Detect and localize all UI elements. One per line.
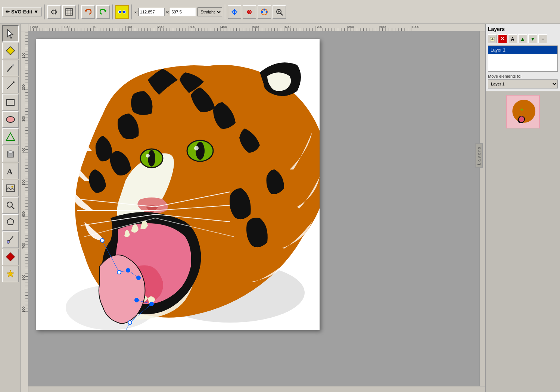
thumbnail-area (486, 91, 560, 132)
new-layer-button[interactable] (488, 34, 497, 43)
separator-1 (44, 4, 45, 19)
pencil-tool-button[interactable] (2, 60, 19, 76)
y-label: y: (166, 10, 169, 14)
svg-rect-37 (7, 152, 13, 157)
triangle-tool-button[interactable] (2, 128, 19, 145)
separator-2 (78, 4, 79, 19)
right-panel: Layers ✕ A ▲ ▼ ≡ Layer 1 (485, 24, 560, 392)
image-icon (6, 183, 15, 193)
svg-point-41 (11, 186, 13, 188)
toolbox: A (0, 24, 21, 392)
vertical-scrollbar[interactable] (479, 31, 485, 386)
svg-point-20 (266, 11, 268, 13)
delete-node-button[interactable] (243, 5, 256, 19)
svg-point-46 (7, 240, 9, 243)
auto-smooth-icon (260, 7, 269, 16)
layers-title: Layers (488, 26, 558, 32)
polygon-icon (6, 218, 15, 227)
redo-button[interactable] (96, 5, 110, 19)
ellipse-tool-button[interactable] (2, 111, 19, 128)
canvas-scroll[interactable] (28, 31, 485, 392)
svg-edit-menu-button[interactable]: ✏ SVG-Edit ▼ (2, 7, 42, 16)
drawing-area[interactable] (36, 39, 320, 330)
svg-point-21 (264, 9, 265, 10)
svg-point-53 (148, 150, 155, 167)
svg-marker-47 (6, 253, 15, 261)
canvas-thumbnail (506, 95, 540, 128)
svg-marker-29 (7, 71, 9, 72)
rect-tool-button[interactable] (2, 94, 19, 111)
y-coord-group: y: (166, 8, 196, 16)
undo-icon (83, 7, 93, 17)
polygon-tool-button[interactable] (2, 214, 19, 231)
separator-4 (131, 4, 132, 19)
svg-marker-26 (7, 29, 13, 38)
move-layer-down-button[interactable]: ▼ (528, 34, 537, 43)
diamond-icon (6, 252, 15, 262)
svg-rect-30 (12, 64, 14, 66)
layer-1-item[interactable]: Layer 1 (488, 46, 557, 55)
svg-point-9 (118, 10, 121, 13)
node-active-icon (118, 7, 127, 16)
x-input[interactable] (139, 8, 165, 16)
text-icon: A (6, 166, 15, 176)
rect-icon (6, 97, 15, 107)
node-tool-active-button[interactable] (115, 5, 129, 19)
zoom-tool-icon (6, 200, 15, 210)
segment-type-select[interactable]: Straight Curve Line Arc (197, 7, 222, 16)
node-edit-tool-button[interactable] (2, 43, 19, 59)
svg-rect-2 (66, 9, 72, 15)
svg-text:A: A (7, 167, 13, 176)
zoom-icon (275, 7, 284, 16)
y-input[interactable] (170, 8, 196, 16)
delete-node-icon (245, 7, 254, 16)
select-tool-button[interactable] (2, 25, 19, 42)
add-node-button[interactable] (228, 5, 241, 19)
svg-marker-48 (7, 270, 14, 277)
cylinder-tool-button[interactable] (2, 146, 19, 162)
ruler-corner (21, 24, 28, 31)
diamond-tool-button[interactable] (2, 249, 19, 265)
star-icon (6, 269, 15, 279)
layers-list: Layer 1 (488, 46, 558, 72)
app-title: SVG-Edit (11, 9, 32, 15)
svg-marker-27 (6, 47, 15, 55)
undo-button[interactable] (81, 5, 95, 19)
svg-line-28 (7, 65, 13, 71)
x-label: x: (134, 10, 138, 14)
cylinder-icon (6, 149, 15, 159)
separator-3 (112, 4, 113, 19)
svg-point-56 (196, 142, 205, 160)
canvas-area (21, 24, 485, 392)
rename-layer-button[interactable]: A (508, 34, 517, 43)
layers-side-tab[interactable]: Layers (475, 143, 483, 168)
horizontal-scrollbar[interactable] (28, 386, 485, 392)
layer-options-button[interactable]: ≡ (538, 34, 547, 43)
star-tool-button[interactable] (2, 266, 19, 282)
svg-point-33 (13, 81, 15, 83)
layers-toolbar: ✕ A ▲ ▼ ≡ (488, 34, 558, 43)
toggle-grid-button[interactable] (62, 5, 76, 19)
xml-editor-button[interactable] (47, 5, 61, 19)
ruler-horizontal (28, 24, 485, 31)
add-node-icon (230, 7, 239, 16)
new-layer-icon (489, 36, 495, 42)
layer-1-name: Layer 1 (491, 47, 505, 53)
text-tool-button[interactable]: A (2, 163, 19, 179)
layers-panel: Layers ✕ A ▲ ▼ ≡ Layer 1 (486, 24, 560, 91)
move-elements-select[interactable]: Layer 1 (488, 80, 558, 88)
main-toolbar: ✏ SVG-Edit ▼ (0, 0, 560, 24)
image-tool-button[interactable] (2, 180, 19, 196)
line-tool-button[interactable] (2, 77, 19, 93)
svg-point-35 (6, 116, 15, 122)
move-layer-up-button[interactable]: ▲ (518, 34, 527, 43)
move-elements-label: Move elements to: (488, 74, 558, 78)
auto-smooth-button[interactable] (258, 5, 271, 19)
canvas-inner (28, 31, 485, 392)
zoom-tool-button[interactable] (2, 197, 19, 214)
thumbnail-svg (507, 96, 539, 128)
dropper-tool-button[interactable] (2, 231, 19, 248)
title-dropdown-arrow: ▼ (34, 9, 38, 15)
delete-layer-button[interactable]: ✕ (498, 34, 507, 43)
zoom-button[interactable] (273, 5, 286, 19)
